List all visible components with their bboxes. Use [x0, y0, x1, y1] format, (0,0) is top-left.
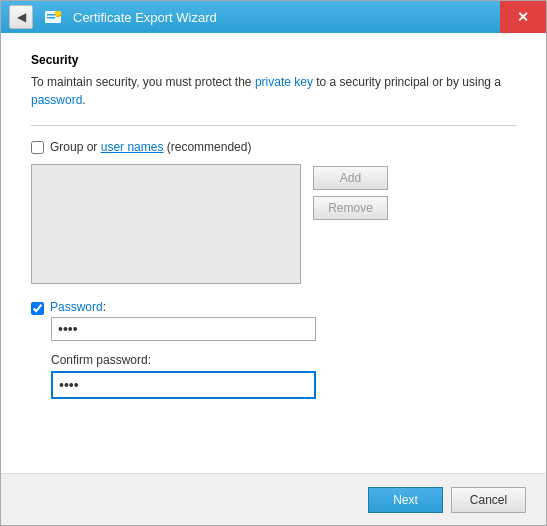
content-area: Security To maintain security, you must … [1, 33, 546, 473]
desc-text-2: to a security principal or by using a [313, 75, 501, 89]
wizard-icon: 🔑 [41, 5, 65, 29]
user-names-link[interactable]: user names [101, 140, 164, 154]
password-section: Password: Confirm password: [31, 300, 516, 399]
desc-text-1: To maintain security, you must protect t… [31, 75, 255, 89]
add-button[interactable]: Add [313, 166, 388, 190]
confirm-password-input[interactable] [53, 373, 314, 397]
section-description: To maintain security, you must protect t… [31, 73, 516, 109]
title-bar: ◀ 🔑 Certificate Export Wizard ✕ [1, 1, 546, 33]
password-label[interactable]: Password: [50, 300, 106, 314]
next-button[interactable]: Next [368, 487, 443, 513]
back-button[interactable]: ◀ [9, 5, 33, 29]
confirm-row: Confirm password: [31, 353, 516, 399]
password-row: Password: [31, 300, 516, 341]
desc-text-3: . [82, 93, 85, 107]
password-input-wrap [31, 317, 516, 341]
password-input[interactable] [51, 317, 316, 341]
private-key-link[interactable]: private key [255, 75, 313, 89]
password-link-label: Password [50, 300, 103, 314]
back-icon: ◀ [17, 10, 26, 24]
svg-rect-2 [47, 17, 55, 19]
close-button[interactable]: ✕ [500, 1, 546, 33]
group-checkbox[interactable] [31, 141, 44, 154]
window: ◀ 🔑 Certificate Export Wizard ✕ Security… [0, 0, 547, 526]
group-listbox[interactable] [31, 164, 301, 284]
cancel-button[interactable]: Cancel [451, 487, 526, 513]
password-link[interactable]: password [31, 93, 82, 107]
password-label-row: Password: [31, 300, 516, 317]
footer: Next Cancel [1, 473, 546, 525]
section-title: Security [31, 53, 516, 67]
confirm-input-outer [31, 371, 516, 399]
password-colon: : [103, 300, 106, 314]
main-split: Add Remove [31, 164, 516, 284]
list-buttons: Add Remove [313, 164, 388, 284]
svg-text:🔑: 🔑 [57, 12, 62, 17]
title-bar-left: ◀ 🔑 Certificate Export Wizard [9, 5, 217, 29]
remove-button[interactable]: Remove [313, 196, 388, 220]
group-label-text-2: (recommended) [163, 140, 251, 154]
section-divider [31, 125, 516, 126]
confirm-input-wrap [51, 371, 316, 399]
group-checkbox-label[interactable]: Group or user names (recommended) [50, 140, 251, 154]
group-checkbox-row: Group or user names (recommended) [31, 140, 516, 154]
group-label-text-1: Group or [50, 140, 101, 154]
window-title: Certificate Export Wizard [73, 10, 217, 25]
confirm-label: Confirm password: [31, 353, 516, 367]
password-checkbox[interactable] [31, 302, 44, 315]
